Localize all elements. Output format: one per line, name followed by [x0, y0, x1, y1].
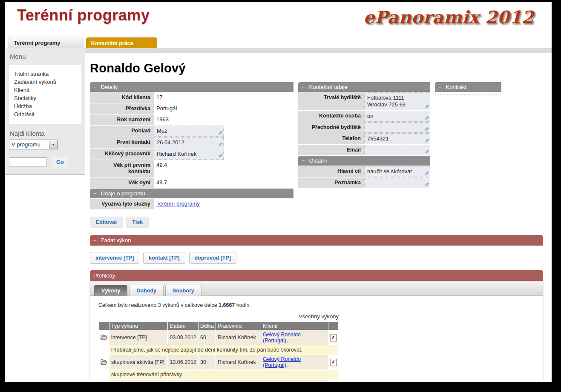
- chevron-down-icon[interactable]: ▼: [49, 140, 57, 149]
- vykon-client-cell: Gelový Ronaldo (Portugál),: [261, 355, 328, 369]
- collapse-minus-icon[interactable]: −: [302, 84, 305, 90]
- tab-soubory[interactable]: Soubory: [165, 285, 201, 296]
- client-link[interactable]: Gelový Ronaldo (Portugál): [263, 381, 301, 382]
- edit-pencil-icon[interactable]: ✎: [425, 104, 429, 109]
- detail-row-vek-nyni: Věk nyní49.7: [90, 177, 293, 188]
- edit-pencil-icon[interactable]: ✎: [425, 149, 429, 155]
- header-cell-actions: [328, 322, 338, 330]
- detail-row-prvni-kontakt: První kontakt26.04.2012✎: [90, 137, 293, 148]
- prehledy-title: Přehledy: [93, 272, 115, 279]
- panel-title: Ostatní: [309, 157, 327, 164]
- panel-rows-udaje-o-programu: Využívá tyto službyTerénní programy: [90, 199, 293, 209]
- edit-pencil-icon[interactable]: ✎: [425, 171, 429, 176]
- panel-header-kontrakt: − Kontrakt: [435, 82, 501, 92]
- collapse-minus-icon[interactable]: −: [302, 157, 305, 164]
- tab-dohody[interactable]: Dohody: [129, 285, 164, 296]
- vykon-button-kontakt-tp[interactable]: kontakt [TP]: [143, 252, 185, 264]
- open-record-cell: [99, 355, 109, 369]
- detail-row-prechodne-bydliste: Přechodné bydliště✎: [298, 122, 430, 133]
- menu-title: Menu: [9, 52, 81, 62]
- tab-komunitni-prace[interactable]: Komunitní práce: [86, 37, 157, 48]
- vykon-button-doprovod-tp[interactable]: doprovod [TP]: [189, 252, 236, 264]
- vykon-row: intervence [TP]03.08.201260Richard Kořín…: [99, 330, 338, 345]
- page-header: Terénní programy ePanoramix 2012: [5, 2, 552, 37]
- client-link[interactable]: Gelový Ronaldo (Portugál): [263, 356, 301, 368]
- table-header-row: Typ výkonuDatumDélkaPracovníciKlienti: [99, 322, 338, 330]
- service-link[interactable]: Terénní programy: [156, 200, 200, 207]
- field-label: Email: [298, 145, 364, 155]
- field-value[interactable]: ✎: [364, 122, 430, 133]
- field-label: Věk při prvním kontaktu: [90, 160, 154, 177]
- sidebar-tab-terenni-programy[interactable]: Terénní programy: [8, 37, 83, 48]
- header-cell-datum: Datum: [168, 322, 198, 330]
- vykon-button-intervence-tp[interactable]: intervence [TP]: [90, 252, 139, 264]
- vykony-table-body: intervence [TP]03.08.201260Richard Kořín…: [99, 330, 338, 382]
- field-value[interactable]: ✎: [364, 177, 430, 188]
- collapse-minus-icon[interactable]: −: [93, 84, 97, 90]
- field-value[interactable]: 26.04.2012✎: [154, 137, 224, 148]
- sidebar-item-udrzba[interactable]: Údržba: [14, 102, 77, 110]
- sidebar-item-klienti[interactable]: Klienti: [14, 86, 77, 94]
- client-search-input[interactable]: [9, 157, 46, 166]
- header-cell-pracovnici: Pracovníci: [216, 322, 261, 330]
- field-value[interactable]: ✎: [364, 145, 430, 155]
- edit-pencil-icon[interactable]: ✎: [218, 131, 222, 136]
- client-name-heading: Ronaldo Gelový: [90, 61, 552, 75]
- tisk-button[interactable]: Tisk: [126, 217, 149, 228]
- field-value[interactable]: Muž✎: [154, 126, 224, 137]
- detail-row-kontaktni-osoba: Kontaktní osobaon✎: [298, 111, 430, 122]
- field-value[interactable]: naučit se skórovat✎: [364, 166, 430, 177]
- edit-pencil-icon[interactable]: ✎: [218, 142, 222, 147]
- vykon-client-cell: Gelový Ronaldo (Portugál),: [261, 330, 328, 345]
- all-vykony-link-top[interactable]: Všechny výkony: [299, 313, 339, 320]
- vykony-table: Typ výkonuDatumDélkaPracovníciKlienti in…: [98, 321, 339, 382]
- edit-pencil-icon[interactable]: ✎: [425, 116, 429, 121]
- delete-cell: ✗: [328, 355, 338, 369]
- detail-row-poznamka: Poznámka✎: [298, 177, 430, 188]
- vykon-worker-cell: Richard Kořínek: [216, 380, 261, 382]
- vykon-worker-cell: Richard Kořínek: [216, 330, 261, 345]
- sidebar-item-odhlasit[interactable]: Odhlásit: [14, 110, 77, 118]
- editovat-button[interactable]: Editovat: [90, 217, 123, 228]
- note-spacer-cell: [99, 370, 109, 379]
- panel-title: Kontaktní udaje: [309, 84, 348, 90]
- detail-row-hlavni-cil: Hlavní cílnaučit se skórovat✎: [298, 166, 430, 177]
- delete-record-icon[interactable]: ✗: [330, 359, 337, 366]
- search-scope-select[interactable]: V programu ▼: [9, 140, 58, 149]
- tab-vykony[interactable]: Výkony: [94, 285, 127, 296]
- vykony-table-head: Typ výkonuDatumDélkaPracovníciKlienti: [99, 322, 338, 330]
- field-value[interactable]: Fotbalová 1111Wroclav 725 63✎: [364, 92, 430, 110]
- edit-pencil-icon[interactable]: ✎: [425, 138, 429, 143]
- page: Terénní programy ePanoramix 2012 Terénní…: [5, 2, 552, 382]
- vykon-date-cell: 13.06.2012: [168, 355, 198, 369]
- sidebar-item-titulni-stranka[interactable]: Titulní stránka: [14, 70, 77, 78]
- field-value[interactable]: 7654321✎: [364, 133, 430, 144]
- sidebar-item-zadavani-vykonu[interactable]: Zadávání výkonů: [14, 78, 77, 86]
- field-value[interactable]: Richard Kořínek✎: [154, 149, 224, 160]
- edit-pencil-icon[interactable]: ✎: [425, 182, 429, 187]
- vykon-length-cell: 30: [199, 355, 216, 369]
- go-button[interactable]: Go: [52, 157, 68, 167]
- vykon-note-cell: Probírali jsme, jak se nejlépe zapojit d…: [109, 345, 338, 355]
- edit-pencil-icon[interactable]: ✎: [218, 154, 222, 159]
- sidebar-item-statistiky[interactable]: Statistiky: [14, 94, 77, 102]
- collapse-minus-icon[interactable]: −: [93, 190, 97, 197]
- collapse-minus-icon[interactable]: −: [93, 237, 97, 243]
- field-value: 49.7: [154, 177, 170, 188]
- delete-record-icon[interactable]: ✗: [330, 334, 337, 341]
- prehledy-tab-strip: VýkonyDohodySoubory: [90, 281, 543, 296]
- delete-cell: ✗: [328, 380, 338, 382]
- collapse-minus-icon[interactable]: −: [438, 84, 442, 90]
- field-label: Kód klienta: [90, 92, 154, 103]
- open-folder-icon[interactable]: [101, 360, 107, 366]
- client-link[interactable]: Gelový Ronaldo (Portugál): [263, 332, 301, 343]
- tab-divider-strip: [85, 48, 552, 53]
- edit-pencil-icon[interactable]: ✎: [425, 127, 429, 132]
- vykon-worker-cell: Richard Kořínek: [216, 355, 261, 369]
- detail-row-prezdivka: PřezdívkaPortugál: [90, 103, 293, 114]
- field-value[interactable]: on✎: [364, 111, 430, 122]
- sidebar-menu-list: Titulní stránkaZadávání výkonůKlientiSta…: [9, 65, 81, 124]
- open-folder-icon[interactable]: [101, 335, 107, 341]
- vykon-row: kontakt [TP]26.04.201210Richard KořínekG…: [99, 380, 338, 382]
- panel-rows-ostatni: Hlavní cílnaučit se skórovat✎Poznámka✎: [298, 166, 430, 188]
